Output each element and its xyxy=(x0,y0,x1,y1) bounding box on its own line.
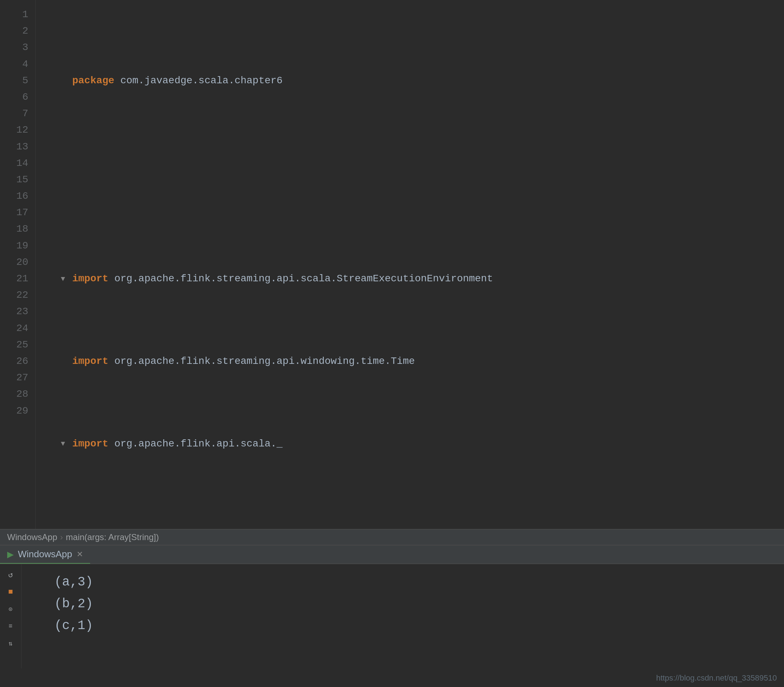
kw-package: package xyxy=(72,72,114,89)
code-line-6 xyxy=(46,518,784,529)
code-line-1: package com.javaedge.scala.chapter6 xyxy=(46,72,784,89)
code-line-5: ▼ import org.apache.flink.api.scala._ xyxy=(46,436,784,452)
package-path: com.javaedge.scala.chapter6 xyxy=(114,72,283,89)
kw-import-3: import xyxy=(72,436,109,452)
breadcrumb-part2: main(args: Array[String]) xyxy=(66,532,159,542)
output-line-2: (b,2) xyxy=(54,593,93,615)
run-panel: ▶ WindowsApp ✕ ↺ ■ ⊙ ≡ ⇅ (a,3) (b,2) (c,… xyxy=(0,545,784,687)
run-tab-text: WindowsApp xyxy=(18,549,72,560)
code-line-2 xyxy=(46,155,784,205)
breadcrumb-part1: WindowsApp xyxy=(7,532,57,542)
kw-import-1: import xyxy=(72,271,109,287)
run-tab-windowsapp[interactable]: ▶ WindowsApp ✕ xyxy=(0,546,90,564)
run-output: (a,3) (b,2) (c,1) xyxy=(44,564,104,687)
output-line-3: (c,1) xyxy=(54,615,93,637)
run-toolbar: ↺ ■ ⊙ ≡ ⇅ xyxy=(0,564,21,669)
line-numbers: 1 2 3 4 5 6 7 12 13 14 15 16 17 18 19 20… xyxy=(0,0,36,529)
fold-5[interactable]: ▼ xyxy=(61,438,72,450)
code-content[interactable]: package com.javaedge.scala.chapter6 ▼ im… xyxy=(36,0,784,529)
expand-button[interactable]: ⇅ xyxy=(3,636,18,651)
kw-import-2: import xyxy=(72,353,109,370)
code-container: 1 2 3 4 5 6 7 12 13 14 15 16 17 18 19 20… xyxy=(0,0,784,529)
url-bar: https://blog.csdn.net/qq_33589510 xyxy=(656,674,777,683)
import-path-3: org.apache.flink.api.scala._ xyxy=(109,436,283,452)
run-tab-icon: ▶ xyxy=(7,549,13,559)
breadcrumb-sep: › xyxy=(60,532,63,542)
tab-close-button[interactable]: ✕ xyxy=(77,550,83,559)
editor-area: 1 2 3 4 5 6 7 12 13 14 15 16 17 18 19 20… xyxy=(0,0,784,529)
rerun-button[interactable]: ↺ xyxy=(3,568,18,582)
code-line-3: ▼ import org.apache.flink.streaming.api.… xyxy=(46,271,784,287)
scroll-button[interactable]: ≡ xyxy=(3,619,18,633)
fold-3[interactable]: ▼ xyxy=(61,273,72,285)
import-path-1: org.apache.flink.streaming.api.scala.Str… xyxy=(109,271,493,287)
stop-button[interactable]: ■ xyxy=(3,585,18,599)
snapshot-button[interactable]: ⊙ xyxy=(3,602,18,616)
output-line-1: (a,3) xyxy=(54,571,93,593)
code-line-4: import org.apache.flink.streaming.api.wi… xyxy=(46,353,784,370)
run-panel-wrapper: ▶ WindowsApp ✕ ↺ ■ ⊙ ≡ ⇅ (a,3) (b,2) (c,… xyxy=(0,545,784,687)
import-path-2: org.apache.flink.streaming.api.windowing… xyxy=(109,353,415,370)
run-tabs: ▶ WindowsApp ✕ xyxy=(0,546,784,564)
breadcrumb-bar: WindowsApp › main(args: Array[String]) xyxy=(0,529,784,545)
